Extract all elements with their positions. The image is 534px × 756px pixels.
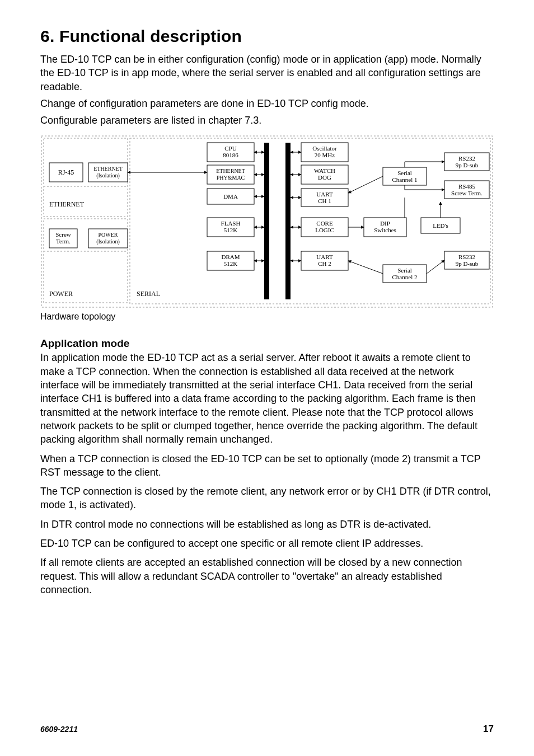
footer-page-number: 17 xyxy=(483,724,494,735)
paragraph: The TCP connection is closed by the remo… xyxy=(40,485,494,512)
box-dma: DMA xyxy=(207,189,254,204)
box-serial2: Serial Channel 2 xyxy=(383,265,427,283)
box-rj45: RJ-45 xyxy=(49,163,83,182)
svg-text:Screw: Screw xyxy=(55,231,71,238)
application-mode-heading: Application mode xyxy=(40,337,494,350)
svg-text:Channel 2: Channel 2 xyxy=(392,274,418,280)
paragraph: The ED-10 TCP can be in either configura… xyxy=(40,53,494,93)
svg-text:80186: 80186 xyxy=(223,152,238,158)
svg-text:Term.: Term. xyxy=(56,238,71,245)
box-uart1: UART CH 1 xyxy=(301,189,348,206)
paragraph: When a TCP connection is closed the ED-1… xyxy=(40,452,494,480)
box-oscillator: Oscillator 20 MHz xyxy=(301,143,348,162)
svg-text:UART: UART xyxy=(316,253,333,260)
box-rs485: RS485 Screw Term. xyxy=(444,181,489,199)
box-dip: DIP Switches xyxy=(364,218,406,237)
box-dram: DRAM 512K xyxy=(207,251,254,270)
label-rj45: RJ-45 xyxy=(58,168,74,176)
section-label-serial: SERIAL xyxy=(137,290,160,298)
svg-text:Serial: Serial xyxy=(397,267,412,274)
paragraph: Change of configuration parameters are d… xyxy=(40,97,494,110)
svg-line-79 xyxy=(348,176,383,193)
svg-text:Serial: Serial xyxy=(397,170,412,176)
footer-doc-number: 6609-2211 xyxy=(40,725,78,734)
box-cpu: CPU 80186 xyxy=(207,143,254,162)
box-flash: FLASH 512K xyxy=(207,218,254,237)
svg-rect-5 xyxy=(285,143,291,299)
box-serial1: Serial Channel 1 xyxy=(383,167,427,185)
svg-text:UART: UART xyxy=(316,191,333,198)
svg-text:Oscillator: Oscillator xyxy=(312,145,337,152)
section-label-ethernet: ETHERNET xyxy=(49,200,85,208)
svg-text:RS232: RS232 xyxy=(458,253,475,260)
svg-text:CORE: CORE xyxy=(316,220,333,227)
svg-line-80 xyxy=(348,261,383,274)
box-ethernet-isolation: ETHERNET (Isolation) xyxy=(88,163,128,182)
box-power-isolation: POWER (Isolation) xyxy=(88,229,128,248)
svg-line-86 xyxy=(427,260,444,274)
section-label-power: POWER xyxy=(49,290,73,298)
figure-caption: Hardware topology xyxy=(40,312,494,322)
svg-text:DIP: DIP xyxy=(380,220,390,227)
svg-text:ETHERNET: ETHERNET xyxy=(216,168,245,174)
svg-text:POWER: POWER xyxy=(99,232,118,238)
svg-text:Channel 1: Channel 1 xyxy=(392,176,418,183)
svg-text:PHY&MAC: PHY&MAC xyxy=(217,175,245,181)
svg-text:RS232: RS232 xyxy=(458,155,475,162)
box-phymac: ETHERNET PHY&MAC xyxy=(207,165,254,184)
box-uart2: UART CH 2 xyxy=(301,251,348,270)
svg-text:LED's: LED's xyxy=(433,222,448,229)
svg-text:CH 2: CH 2 xyxy=(318,260,331,267)
svg-text:Screw Term.: Screw Term. xyxy=(451,190,483,196)
svg-text:9p D-sub: 9p D-sub xyxy=(456,260,479,267)
box-rs232-a: RS232 9p D-sub xyxy=(444,153,489,171)
svg-text:DOG: DOG xyxy=(318,174,331,181)
svg-text:LOGIC: LOGIC xyxy=(315,227,334,233)
box-leds: LED's xyxy=(421,218,460,233)
svg-text:512K: 512K xyxy=(224,227,238,233)
box-watchdog: WATCH DOG xyxy=(301,165,348,184)
svg-text:Switches: Switches xyxy=(374,227,396,233)
svg-text:ETHERNET: ETHERNET xyxy=(93,166,123,172)
svg-text:CPU: CPU xyxy=(224,145,236,152)
svg-text:20 MHz: 20 MHz xyxy=(315,152,335,158)
svg-text:512K: 512K xyxy=(224,260,238,267)
hardware-topology-figure: RJ-45 ETHERNET (Isolation) Screw Term. P… xyxy=(40,135,494,308)
svg-text:FLASH: FLASH xyxy=(221,220,241,227)
section-title: 6. Functional description xyxy=(40,27,494,46)
svg-text:RS485: RS485 xyxy=(458,183,475,190)
paragraph: If all remote clients are accepted an es… xyxy=(40,556,494,597)
paragraph: Configurable parameters are listed in ch… xyxy=(40,114,494,127)
svg-text:9p D-sub: 9p D-sub xyxy=(456,162,479,168)
box-screw-term: Screw Term. xyxy=(49,229,77,248)
paragraph: In application mode the ED-10 TCP act as… xyxy=(40,351,494,446)
paragraph: ED-10 TCP can be configured to accept on… xyxy=(40,537,494,550)
paragraph: In DTR control mode no connections will … xyxy=(40,518,494,531)
svg-text:DRAM: DRAM xyxy=(221,253,240,260)
svg-text:(Isolation): (Isolation) xyxy=(96,172,120,179)
svg-text:CH 1: CH 1 xyxy=(318,198,331,204)
box-core: CORE LOGIC xyxy=(301,218,348,237)
svg-text:(Isolation): (Isolation) xyxy=(96,238,120,245)
svg-rect-4 xyxy=(264,143,269,299)
svg-text:DMA: DMA xyxy=(223,193,238,200)
box-rs232-b: RS232 9p D-sub xyxy=(444,251,489,269)
svg-text:WATCH: WATCH xyxy=(314,167,335,174)
